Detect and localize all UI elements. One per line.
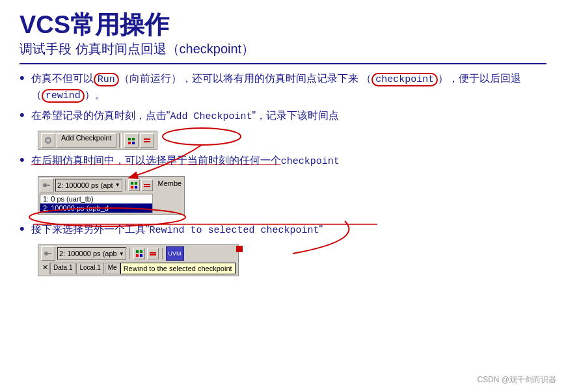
bullet-item-3: • 在后期仿真时间中，可以选择早于当前时刻的任何一个checkpoint bbox=[20, 153, 546, 170]
gui-rewind-toolbar: 2: 100000 ps (apb ▼ UVM ✕ Data.1 Local.1… bbox=[38, 244, 239, 276]
svg-point-1 bbox=[46, 138, 50, 142]
svg-rect-12 bbox=[131, 186, 133, 189]
toolbar-icon-1[interactable] bbox=[41, 133, 55, 148]
dropdown-arrow: ▼ bbox=[115, 182, 120, 188]
gui-add-checkpoint-toolbar: Add Checkpoint bbox=[38, 131, 157, 150]
checkpoint-dropdown[interactable]: 2: 100000 ps (apt ▼ bbox=[55, 179, 122, 192]
rewind-toolbar-row: 2: 100000 ps (apb ▼ UVM bbox=[41, 246, 236, 261]
bullet-text-2: 在希望记录的仿真时刻，点击"Add Checkpoint"，记录下该时间点 bbox=[31, 108, 546, 125]
svg-rect-11 bbox=[135, 182, 137, 185]
add-checkpoint-text: Add Checkpoint bbox=[170, 111, 252, 122]
bullet-item-1: • 仿真不但可以Run（向前运行），还可以将有用的仿真时间点记录下来 （chec… bbox=[20, 71, 546, 104]
uvm-icon[interactable]: UVM bbox=[166, 246, 184, 261]
icon-sm-1[interactable] bbox=[128, 179, 140, 191]
rewind-dropdown-label: 2: 100000 ps (apb bbox=[59, 250, 117, 257]
divider bbox=[20, 63, 546, 64]
title-block: VCS常用操作 调试手段 仿真时间点回退（checkpoint） bbox=[20, 12, 546, 58]
bullet-item-4: • 接下来选择另外一个工具"Rewind to selected checkpo… bbox=[20, 222, 546, 239]
svg-rect-6 bbox=[144, 138, 150, 140]
svg-rect-18 bbox=[136, 250, 139, 253]
bullet-text-4: 接下来选择另外一个工具"Rewind to selected checkpoin… bbox=[31, 222, 546, 239]
page-container: VCS常用操作 调试手段 仿真时间点回退（checkpoint） • 仿真不但可… bbox=[0, 0, 566, 392]
svg-rect-15 bbox=[144, 186, 150, 187]
tab-me[interactable]: Me bbox=[105, 263, 120, 274]
svg-rect-5 bbox=[132, 142, 135, 144]
bullet-dot-1: • bbox=[20, 70, 25, 86]
tab-local1[interactable]: Local.1 bbox=[76, 263, 103, 274]
svg-rect-21 bbox=[140, 254, 142, 257]
dropdown-label: 2: 100000 ps (apt bbox=[57, 181, 113, 189]
svg-rect-9 bbox=[47, 185, 50, 186]
svg-rect-7 bbox=[144, 141, 150, 142]
list-item-1[interactable]: 1: 0 ps (uart_tb) bbox=[40, 194, 152, 203]
svg-rect-2 bbox=[128, 138, 131, 140]
svg-rect-4 bbox=[128, 142, 131, 144]
bullet-dot-4: • bbox=[20, 220, 25, 237]
checkpoint-highlight: checkpoint bbox=[371, 73, 438, 86]
svg-rect-17 bbox=[48, 253, 51, 254]
rewind-icon-sm-2[interactable] bbox=[147, 248, 159, 259]
rewind-text: Rewind to selected checkpoint bbox=[149, 225, 319, 236]
list-icon-row bbox=[128, 179, 153, 191]
bullet-dot-2: • bbox=[20, 107, 25, 124]
toolbar-icon-3[interactable] bbox=[140, 133, 154, 148]
tab-close[interactable]: ✕ bbox=[41, 263, 50, 274]
tab-data1[interactable]: Data.1 bbox=[50, 263, 75, 274]
checkpoint-list: 1: 0 ps (uart_tb) 2: 100000 ps (apb_d bbox=[40, 194, 153, 213]
svg-point-24 bbox=[163, 128, 241, 145]
rewind-dropdown-arrow: ▼ bbox=[119, 251, 124, 257]
bullet-dot-3: • bbox=[20, 151, 25, 168]
toolbar-icon-2[interactable] bbox=[124, 133, 139, 148]
rewind-dropdown[interactable]: 2: 100000 ps (apb ▼ bbox=[57, 247, 126, 260]
rewind-highlight: rewind bbox=[42, 89, 85, 103]
bullet-item-2: • 在希望记录的仿真时刻，点击"Add Checkpoint"，记录下该时间点 bbox=[20, 108, 546, 125]
bullet-text-1: 仿真不但可以Run（向前运行），还可以将有用的仿真时间点记录下来 （checkp… bbox=[31, 71, 546, 104]
list-item-2[interactable]: 2: 100000 ps (apb_d bbox=[40, 203, 152, 213]
gui-checkpoint-list: 2: 100000 ps (apt ▼ 1: 0 ps (uart_tb) 2:… bbox=[38, 176, 185, 215]
svg-point-16 bbox=[44, 252, 48, 255]
member-label: Membe bbox=[157, 178, 183, 189]
svg-rect-20 bbox=[136, 254, 139, 257]
rewind-icon-1[interactable] bbox=[41, 246, 55, 261]
svg-rect-22 bbox=[150, 252, 156, 254]
svg-rect-13 bbox=[135, 186, 137, 189]
underline-text: 在后期仿真时间中，可以选择早于当前时刻的任何一个 bbox=[31, 155, 281, 166]
rewind-tooltip: Rewind to the selected checkpoint bbox=[120, 263, 236, 274]
rewind-icon-sm-1[interactable] bbox=[133, 248, 145, 259]
svg-rect-14 bbox=[144, 184, 150, 185]
watermark: CSDN @观千剑而识器 bbox=[477, 374, 556, 385]
main-title: VCS常用操作 bbox=[20, 12, 546, 39]
svg-rect-3 bbox=[132, 138, 135, 140]
run-highlight: Run bbox=[94, 73, 119, 86]
bullet-text-3: 在后期仿真时间中，可以选择早于当前时刻的任何一个checkpoint bbox=[31, 153, 546, 170]
svg-point-8 bbox=[43, 183, 47, 187]
icon-sm-2[interactable] bbox=[141, 179, 153, 191]
svg-rect-10 bbox=[131, 182, 133, 185]
add-checkpoint-button[interactable]: Add Checkpoint bbox=[57, 133, 116, 148]
checkpoint-text2: checkpoint bbox=[281, 156, 340, 167]
tab-bar: Data.1 Local.1 Me bbox=[50, 263, 120, 274]
sub-title: 调试手段 仿真时间点回退（checkpoint） bbox=[20, 40, 546, 58]
svg-rect-19 bbox=[140, 250, 142, 253]
list-icon-btn[interactable] bbox=[40, 178, 54, 192]
svg-rect-23 bbox=[150, 254, 156, 255]
